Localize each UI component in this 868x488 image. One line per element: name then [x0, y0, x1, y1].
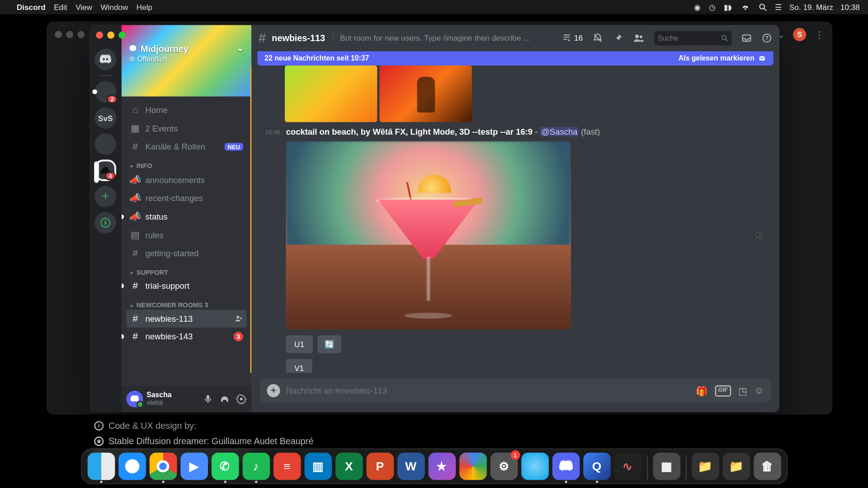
channel-newbies-113[interactable]: #newbies-113 [126, 310, 246, 328]
menu-help[interactable]: Help [137, 3, 152, 12]
gift-icon[interactable]: 🎁 [696, 385, 708, 396]
dock-zoom[interactable]: ▶ [180, 453, 208, 480]
dock-safari[interactable] [118, 453, 146, 480]
sidebar-home[interactable]: ⌂Home [126, 101, 246, 119]
dock-quicktime[interactable]: Q [583, 453, 611, 480]
dock-excel[interactable]: X [335, 453, 363, 480]
server-banner[interactable]: Midjourney ⌄ ⊚Öffentlich [122, 25, 251, 96]
dock-trello[interactable]: ▥ [304, 453, 332, 480]
dock-trash[interactable]: 🗑 [754, 453, 781, 480]
status-control-icon[interactable]: ☰ [775, 3, 782, 12]
emoji-icon[interactable]: ☺ [754, 385, 764, 396]
channel-status[interactable]: 📣status [126, 207, 246, 226]
variation-1-button[interactable]: V1 [286, 359, 312, 373]
server-dropdown-icon[interactable]: ⌄ [236, 43, 244, 54]
new-messages-bar[interactable]: 22 neue Nachrichten seit 10:37 Als geles… [257, 51, 773, 66]
generated-image[interactable] [286, 141, 571, 329]
previous-message-images[interactable] [285, 66, 771, 122]
channel-topic[interactable]: Bot room for new users. Type /imagine th… [333, 33, 536, 42]
menu-edit[interactable]: Edit [54, 3, 67, 12]
message-list[interactable]: 10:38 cocktail on beach, by Wētā FX, Lig… [250, 66, 779, 373]
browser-menu-icon[interactable]: ⋮ [815, 29, 824, 40]
menu-view[interactable]: View [75, 3, 92, 12]
dock-audio[interactable]: ∿ [614, 453, 642, 480]
user-mention[interactable]: @Sascha [540, 127, 579, 136]
help-icon[interactable]: ? [761, 33, 772, 43]
menubar-time[interactable]: 10:38 [840, 3, 860, 12]
generated-image-thumb[interactable] [380, 66, 472, 122]
dock-whatsapp[interactable]: ✆ [211, 453, 239, 480]
menubar-app[interactable]: Discord [17, 3, 46, 12]
window-maximize-icon[interactable] [118, 32, 126, 39]
channel-sidebar: Midjourney ⌄ ⊚Öffentlich ⌂Home ▦2 Events… [122, 25, 251, 412]
pins-icon[interactable] [613, 33, 623, 43]
channel-recent-changes[interactable]: 📣recent-changes [126, 189, 246, 207]
status-battery-icon[interactable]: ▮◗ [724, 3, 732, 12]
status-clock-icon[interactable]: ◷ [709, 3, 715, 12]
svg-text:?: ? [765, 35, 769, 42]
reroll-button[interactable]: 🔄 [317, 335, 341, 353]
server-midjourney-top[interactable]: 2 [95, 81, 116, 102]
user-avatar[interactable] [126, 391, 143, 408]
sidebar-events[interactable]: ▦2 Events [126, 119, 246, 138]
inbox-icon[interactable] [741, 33, 752, 43]
sticker-icon[interactable]: ◳ [738, 385, 747, 396]
upscale-1-button[interactable]: U1 [286, 335, 313, 353]
dock-app[interactable] [521, 453, 549, 480]
settings-icon[interactable] [236, 394, 247, 404]
dock-imovie[interactable]: ★ [428, 453, 456, 480]
dock-todoist[interactable]: ≡ [273, 453, 301, 480]
category-newcomer[interactable]: ⌄NEWCOMER ROOMS 3 [126, 295, 246, 310]
user-name-block[interactable]: Sascha #6656 [146, 391, 171, 407]
dock-powerpoint[interactable]: P [366, 453, 394, 480]
dock-chrome[interactable] [149, 453, 177, 480]
dock-finder[interactable] [87, 453, 115, 480]
dock-app-generic[interactable]: ▦ [653, 453, 680, 480]
threads-icon[interactable]: 16 [561, 33, 583, 43]
members-icon[interactable] [633, 33, 645, 43]
channel-trial-support[interactable]: #trial-support [126, 277, 246, 295]
channel-newbies-143[interactable]: #newbies-1433 [126, 328, 246, 346]
search-input[interactable]: Suche [654, 31, 731, 45]
attach-button[interactable]: + [267, 384, 280, 397]
menu-window[interactable]: Window [100, 3, 128, 12]
category-info[interactable]: ⌄INFO [126, 155, 246, 170]
server-svs[interactable]: SvS [95, 107, 116, 128]
message-content: cocktail on beach, by Wētā FX, Light Mod… [286, 127, 771, 136]
dock-folder[interactable]: 📁 [722, 453, 750, 480]
dock-drive[interactable] [459, 453, 487, 480]
server-other[interactable] [95, 133, 116, 155]
category-support[interactable]: ⌄SUPPORT [126, 262, 246, 277]
sidebar-roles[interactable]: #Kanäle & RollenNEU [126, 137, 246, 155]
explore-servers-button[interactable] [95, 212, 116, 233]
dock-discord[interactable] [552, 453, 580, 480]
unread-count: 3 [234, 332, 243, 341]
generated-image-thumb[interactable] [285, 66, 377, 122]
add-person-icon[interactable] [235, 314, 243, 323]
gif-button[interactable]: GIF [715, 385, 731, 396]
menubar-date[interactable]: So. 19. März [789, 3, 833, 12]
discord-home-button[interactable] [95, 49, 116, 70]
status-wifi-icon[interactable] [741, 4, 750, 11]
mark-read-button[interactable]: Als gelesen markieren [679, 54, 766, 62]
server-midjourney-active[interactable]: 4 [95, 160, 116, 181]
window-traffic-lights[interactable] [96, 32, 126, 39]
message-input[interactable]: Nachricht an #newbies-113 [286, 386, 690, 395]
deafen-icon[interactable] [219, 394, 230, 404]
browser-traffic-lights[interactable] [55, 31, 85, 38]
dock-word[interactable]: W [397, 453, 425, 480]
window-close-icon[interactable] [96, 32, 103, 39]
channel-announcements[interactable]: 📣announcements [126, 170, 246, 189]
status-search-icon[interactable] [758, 3, 766, 11]
dock-settings[interactable]: ⚙1 [490, 453, 518, 480]
dock-folder[interactable]: 📁 [692, 453, 719, 480]
window-minimize-icon[interactable] [107, 32, 114, 39]
dock-spotify[interactable]: ♪ [242, 453, 270, 480]
channel-rules[interactable]: ▤rules [126, 226, 246, 244]
mute-mic-icon[interactable] [203, 394, 213, 404]
browser-profile-avatar[interactable]: S [793, 28, 806, 41]
notifications-icon[interactable] [592, 33, 603, 43]
channel-getting-started[interactable]: #getting-started [126, 244, 246, 262]
add-server-button[interactable]: + [95, 186, 116, 207]
status-record-icon[interactable]: ◉ [694, 3, 700, 12]
